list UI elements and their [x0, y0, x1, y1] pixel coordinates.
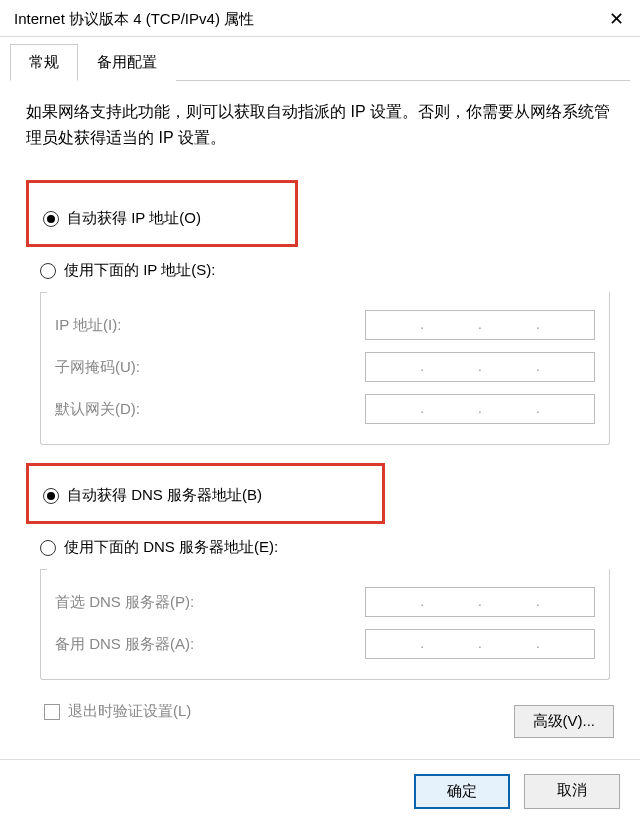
label-dns-alt: 备用 DNS 服务器(A): [55, 635, 194, 654]
input-ip-address[interactable]: ... [365, 310, 595, 340]
field-dns-alt: 备用 DNS 服务器(A): ... [55, 623, 595, 665]
description-text: 如果网络支持此功能，则可以获取自动指派的 IP 设置。否则，你需要从网络系统管理… [26, 99, 614, 150]
tabstrip: 常规 备用配置 [10, 43, 630, 81]
radio-icon [43, 488, 59, 504]
ip-fields: IP 地址(I): ... 子网掩码(U): ... 默认网关(D): ... [40, 292, 610, 445]
label-subnet-mask: 子网掩码(U): [55, 358, 140, 377]
advanced-button[interactable]: 高级(V)... [514, 705, 615, 738]
field-subnet-mask: 子网掩码(U): ... [55, 346, 595, 388]
dialog-footer: 确定 取消 [0, 759, 640, 823]
highlight-ip-auto: 自动获得 IP 地址(O) [26, 180, 298, 247]
checkbox-icon [44, 704, 60, 720]
tab-content: 如果网络支持此功能，则可以获取自动指派的 IP 设置。否则，你需要从网络系统管理… [0, 81, 640, 731]
radio-icon [40, 263, 56, 279]
label-default-gateway: 默认网关(D): [55, 400, 140, 419]
cancel-button[interactable]: 取消 [524, 774, 620, 809]
dns-fields: 首选 DNS 服务器(P): ... 备用 DNS 服务器(A): ... [40, 569, 610, 680]
radio-dns-manual[interactable]: 使用下面的 DNS 服务器地址(E): [26, 532, 614, 563]
radio-label: 自动获得 DNS 服务器地址(B) [67, 486, 262, 505]
input-dns-alt[interactable]: ... [365, 629, 595, 659]
radio-icon [43, 211, 59, 227]
checkbox-label: 退出时验证设置(L) [68, 702, 191, 721]
radio-ip-manual[interactable]: 使用下面的 IP 地址(S): [26, 255, 614, 286]
radio-label: 自动获得 IP 地址(O) [67, 209, 201, 228]
input-dns-preferred[interactable]: ... [365, 587, 595, 617]
field-dns-preferred: 首选 DNS 服务器(P): ... [55, 581, 595, 623]
field-ip-address: IP 地址(I): ... [55, 304, 595, 346]
tab-alternate[interactable]: 备用配置 [78, 44, 176, 81]
window-title: Internet 协议版本 4 (TCP/IPv4) 属性 [14, 10, 254, 29]
close-icon[interactable]: ✕ [605, 8, 628, 30]
titlebar: Internet 协议版本 4 (TCP/IPv4) 属性 ✕ [0, 0, 640, 37]
radio-label: 使用下面的 IP 地址(S): [64, 261, 215, 280]
input-subnet-mask[interactable]: ... [365, 352, 595, 382]
tab-general[interactable]: 常规 [10, 44, 78, 81]
label-ip-address: IP 地址(I): [55, 316, 121, 335]
radio-ip-auto[interactable]: 自动获得 IP 地址(O) [29, 203, 295, 234]
label-dns-preferred: 首选 DNS 服务器(P): [55, 593, 194, 612]
field-default-gateway: 默认网关(D): ... [55, 388, 595, 430]
input-default-gateway[interactable]: ... [365, 394, 595, 424]
radio-icon [40, 540, 56, 556]
highlight-dns-auto: 自动获得 DNS 服务器地址(B) [26, 463, 385, 524]
radio-label: 使用下面的 DNS 服务器地址(E): [64, 538, 278, 557]
ok-button[interactable]: 确定 [414, 774, 510, 809]
radio-dns-auto[interactable]: 自动获得 DNS 服务器地址(B) [29, 480, 382, 511]
